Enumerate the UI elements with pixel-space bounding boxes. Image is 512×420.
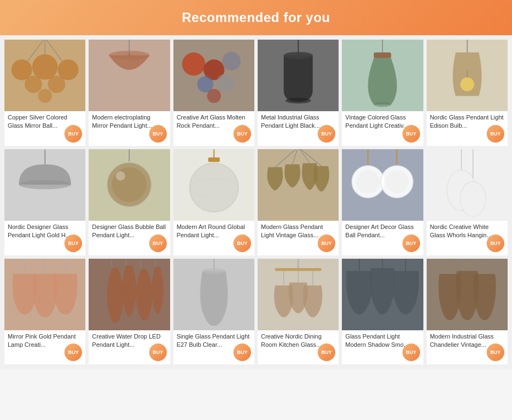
product-image-6 [4, 149, 85, 221]
product-image-10 [342, 149, 423, 221]
product-card-3: Metal Industrial Glass Pendant Light Bla… [258, 40, 339, 146]
product-image-8 [173, 149, 254, 221]
svg-point-25 [460, 77, 474, 91]
header-banner: Recommended for you [0, 0, 512, 35]
buy-button-6[interactable]: BUY [64, 234, 82, 252]
svg-point-19 [284, 52, 313, 59]
buy-button-1[interactable]: BUY [149, 125, 167, 143]
svg-point-23 [374, 102, 391, 106]
product-card-14: Single Glass Pendant Light E27 Bulb Clea… [173, 259, 254, 365]
product-image-11 [427, 149, 508, 221]
svg-point-59 [202, 268, 225, 274]
svg-point-20 [286, 97, 311, 103]
product-card-5: Nordic Glass Pendant Light Edison Bulb..… [427, 40, 508, 146]
product-card-17: Modern Industrial Glass Chandelier Vinta… [427, 259, 508, 365]
svg-point-7 [48, 75, 66, 93]
buy-button-2[interactable]: BUY [233, 125, 251, 143]
product-image-15 [258, 259, 339, 330]
product-card-10: Designer Art Decor Glass Ball Pendant...… [342, 149, 423, 255]
svg-rect-61 [275, 268, 322, 271]
product-card-6: Nordic Designer Glass Pendant Light Gold… [4, 149, 85, 255]
svg-point-8 [38, 89, 52, 102]
svg-point-14 [222, 52, 241, 70]
product-image-2 [173, 40, 254, 111]
product-image-12 [4, 259, 85, 330]
svg-point-16 [216, 74, 235, 92]
product-card-4: Vintage Colored Glass Pendant Light Crea… [342, 40, 423, 146]
svg-point-45 [357, 170, 380, 193]
product-card-2: Creative Art Glass Molten Rock Pendant..… [173, 40, 254, 146]
buy-button-5[interactable]: BUY [487, 125, 504, 143]
header-title: Recommended for you [6, 10, 506, 25]
product-card-16: Glass Pendant Light Modern Shadow Smo...… [342, 259, 423, 365]
product-card-7: Designer Glass Bubble Ball Pendant Light… [89, 149, 170, 255]
svg-point-4 [32, 54, 58, 79]
svg-point-35 [189, 163, 238, 212]
product-card-1: Modern electroplating Mirror Pendant Lig… [89, 40, 170, 146]
product-image-3 [258, 40, 339, 111]
buy-button-4[interactable]: BUY [402, 125, 420, 143]
svg-point-28 [19, 180, 71, 189]
product-card-0: Copper Silver Colored Glass Mirror Ball.… [4, 40, 85, 146]
svg-rect-22 [374, 52, 391, 58]
product-image-9 [258, 149, 339, 221]
svg-line-39 [298, 149, 310, 163]
svg-point-50 [460, 182, 486, 217]
product-image-14 [173, 259, 254, 330]
svg-rect-34 [208, 157, 220, 162]
product-image-16 [342, 259, 423, 330]
svg-point-32 [116, 172, 126, 181]
buy-button-0[interactable]: BUY [64, 125, 82, 143]
svg-point-11 [109, 51, 150, 60]
svg-point-17 [207, 89, 221, 102]
buy-button-9[interactable]: BUY [318, 234, 335, 252]
buy-button-3[interactable]: BUY [318, 125, 335, 143]
buy-button-16[interactable]: BUY [402, 343, 420, 361]
svg-point-31 [112, 167, 146, 202]
product-image-0 [4, 40, 85, 111]
product-card-9: Modern Glass Pendant Light Vintage Glass… [258, 149, 339, 255]
product-card-8: Modern Art Round Global Pendant Light...… [173, 149, 254, 255]
product-image-13 [89, 259, 170, 330]
page-wrapper: Recommended for you Copper Silver Colore… [0, 0, 512, 369]
svg-point-12 [182, 52, 205, 75]
product-card-15: Creative Nordic Dining Room Kitchen Glas… [258, 259, 339, 365]
product-image-4 [342, 40, 423, 111]
buy-button-7[interactable]: BUY [149, 234, 167, 252]
product-image-7 [89, 149, 170, 221]
buy-button-10[interactable]: BUY [402, 234, 420, 252]
svg-point-46 [385, 170, 408, 193]
product-image-1 [89, 40, 170, 111]
buy-button-11[interactable]: BUY [487, 234, 504, 252]
svg-point-6 [25, 75, 42, 93]
product-card-13: Creative Water Drop LED Pendant Light...… [89, 259, 170, 365]
product-grid: Copper Silver Colored Glass Mirror Ball.… [0, 35, 512, 369]
buy-button-13[interactable]: BUY [149, 343, 167, 361]
product-card-11: Nordic Creative White Glass Whorls Hangi… [427, 149, 508, 255]
buy-button-8[interactable]: BUY [233, 234, 251, 252]
product-image-17 [427, 259, 508, 330]
product-card-12: Mirror Pink Gold Pendant Lamp Creati...B… [4, 259, 85, 365]
product-image-5 [427, 40, 508, 111]
